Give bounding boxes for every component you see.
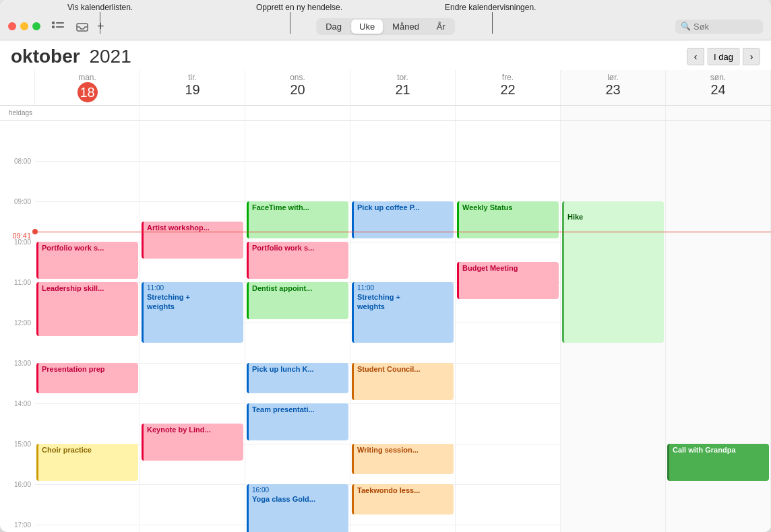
time-1600: 16:00 [14, 481, 31, 488]
search-box[interactable]: 🔍 [675, 20, 763, 34]
event-stretching-thu[interactable]: 11:00 Stretching +weights [352, 282, 454, 343]
time-0900: 09:00 [14, 198, 31, 205]
day-header-wed: ons. 20 [245, 70, 350, 105]
allday-sat [561, 106, 666, 120]
time-1300: 13:00 [14, 360, 31, 367]
allday-tue [140, 106, 245, 120]
day-col-wed[interactable]: FaceTime with... Portfolio work s... Den… [245, 121, 350, 532]
event-weekly-fri[interactable]: Weekly Status [457, 201, 559, 238]
event-portfolio-mon[interactable]: Portfolio work s... [36, 242, 138, 279]
traffic-lights [8, 22, 40, 30]
day-col-sat[interactable]: 09:00 Hike 19:00 19:00 [561, 121, 666, 532]
allday-wed [245, 106, 350, 120]
time-1700: 17:00 [14, 521, 31, 529]
event-presentation-mon[interactable]: Presentation prep [36, 363, 138, 393]
time-1500: 15:00 [14, 440, 31, 448]
day-header-sat: lør. 23 [561, 70, 666, 105]
event-leadership-mon[interactable]: Leadership skill... [36, 282, 138, 336]
event-artist-tue[interactable]: Artist workshop... [142, 222, 243, 259]
day-col-thu[interactable]: Pick up coffee P... 11:00 Stretching +we… [350, 121, 456, 532]
calendar-window: Vis kalenderlisten. Opprett en ny hendel… [0, 0, 771, 532]
svg-rect-3 [56, 26, 64, 28]
allday-mon [35, 106, 140, 120]
search-input[interactable] [693, 22, 754, 32]
time-1100: 11:00 [14, 279, 31, 286]
tab-dag[interactable]: Dag [317, 20, 350, 34]
allday-label: heldags [0, 106, 35, 120]
time-column: 08:00 09:00 10:00 11:00 12:00 13:00 14:0… [0, 121, 35, 532]
event-budget-fri[interactable]: Budget Meeting [457, 262, 559, 299]
svg-rect-1 [52, 26, 55, 28]
event-choir-mon[interactable]: Choir practice [36, 444, 138, 481]
event-dentist-wed[interactable]: Dentist appoint... [247, 282, 348, 319]
event-lunch-wed[interactable]: Pick up lunch K... [247, 363, 348, 393]
day-col-sun[interactable]: Call with Grandpa 19:00 [666, 121, 771, 532]
event-yoga-wed[interactable]: 16:00 Yoga class Gold... [247, 484, 348, 532]
today-button[interactable]: I dag [707, 48, 740, 65]
prev-button[interactable]: ‹ [687, 48, 704, 65]
day-headers: man. 18 tir. 19 ons. 20 tor. 21 fre. 22 … [0, 70, 771, 106]
day-header-fri: fre. 22 [456, 70, 561, 105]
event-facetime-wed[interactable]: FaceTime with... [247, 201, 348, 238]
close-button[interactable] [8, 22, 16, 30]
month-title: oktober 2021 [11, 46, 131, 67]
add-event-button[interactable]: + [97, 20, 104, 34]
time-1200: 12:00 [14, 319, 31, 327]
time-0800: 08:00 [14, 158, 31, 165]
calendar-list-icon[interactable] [51, 20, 65, 33]
event-team-wed[interactable]: Team presentati... [247, 403, 348, 440]
next-button[interactable]: › [743, 48, 760, 65]
allday-sun [666, 106, 771, 120]
event-taekwondo-thu[interactable]: Taekwondo less... [352, 484, 454, 514]
event-portfolio-wed[interactable]: Portfolio work s... [247, 242, 348, 279]
annotation-opprett: Opprett en ny hendelse. [256, 3, 342, 12]
event-stretching-tue[interactable]: 11:00 Stretching +weights [142, 282, 243, 343]
search-icon: 🔍 [681, 22, 691, 31]
time-1400: 14:00 [14, 400, 31, 407]
allday-thu [350, 106, 456, 120]
day-header-tue: tir. 19 [140, 70, 245, 105]
event-keynote-tue[interactable]: Keynote by Lind... [142, 424, 243, 461]
minimize-button[interactable] [20, 22, 28, 30]
day-col-fri[interactable]: Weekly Status Budget Meeting [456, 121, 561, 532]
tab-uke[interactable]: Uke [351, 20, 383, 34]
day-col-tue[interactable]: Artist workshop... 11:00 Stretching +wei… [140, 121, 245, 532]
calendar-header: oktober 2021 ‹ I dag › [0, 40, 771, 70]
nav-buttons: ‹ I dag › [687, 48, 760, 65]
allday-row: heldags [0, 106, 771, 121]
annotation-endre: Endre kalendervisningen. [445, 3, 536, 12]
event-grandpa-sun[interactable]: Call with Grandpa [667, 444, 769, 481]
day-header-thu: tor. 21 [350, 70, 456, 105]
allday-fri [456, 106, 561, 120]
event-writing-thu[interactable]: Writing session... [352, 444, 454, 474]
svg-rect-0 [52, 22, 55, 24]
inbox-icon[interactable] [75, 20, 89, 33]
event-coffee-thu[interactable]: Pick up coffee P... [352, 201, 454, 238]
tab-aar[interactable]: År [429, 20, 454, 34]
today-badge: 18 [78, 82, 98, 102]
day-header-sun: søn. 24 [666, 70, 771, 105]
day-header-mon: man. 18 [35, 70, 140, 105]
tab-maaned[interactable]: Måned [384, 20, 427, 34]
annotation-vis-kalenderlisten: Vis kalenderlisten. [67, 3, 133, 12]
day-col-mon[interactable]: Portfolio work s... Leadership skill... … [35, 121, 140, 532]
calendar-grid[interactable]: 08:00 09:00 10:00 11:00 12:00 13:00 14:0… [0, 121, 771, 532]
event-hike-sat[interactable]: Hike [562, 201, 664, 343]
current-time-label: 09:41 [12, 232, 31, 240]
svg-rect-2 [56, 22, 64, 24]
fullscreen-button[interactable] [32, 22, 40, 30]
event-council-thu[interactable]: Student Council... [352, 363, 454, 400]
